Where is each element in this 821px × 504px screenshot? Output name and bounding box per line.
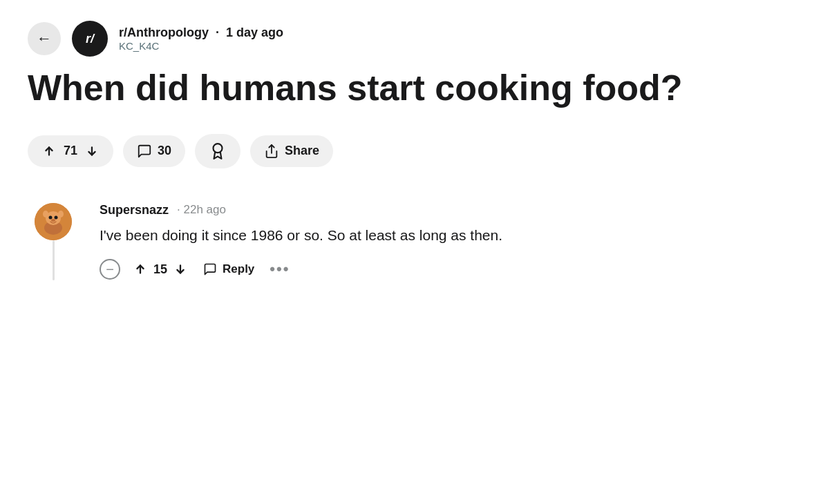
comment-section: Supersnazz · 22h ago I've been doing it …: [28, 203, 793, 281]
comment-downvote-icon: [173, 262, 188, 277]
downvote-icon: [84, 144, 100, 159]
comment-actions: − 15: [100, 258, 793, 280]
reply-label: Reply: [223, 262, 254, 276]
back-icon: ←: [37, 30, 52, 48]
upvote-button[interactable]: [41, 144, 57, 159]
comment-vote-section: 15: [133, 262, 188, 277]
avatar-snoo: [35, 203, 72, 240]
award-icon: [209, 142, 227, 160]
action-bar: 71 30 Share: [28, 134, 793, 168]
reply-button[interactable]: Reply: [200, 258, 257, 280]
thread-line: [53, 240, 55, 281]
vote-pill: 71: [28, 135, 113, 167]
share-button[interactable]: Share: [250, 135, 333, 167]
post-timestamp: 1 day ago: [226, 26, 283, 39]
svg-point-11: [51, 219, 55, 222]
minus-icon: −: [106, 262, 114, 278]
comment-vote-count: 15: [153, 262, 167, 277]
svg-point-10: [55, 215, 58, 219]
comments-button[interactable]: 30: [123, 135, 185, 167]
comment-upvote-icon: [133, 262, 148, 277]
subreddit-icon: r/: [72, 21, 108, 57]
dots-icon: •••: [270, 260, 290, 278]
downvote-button[interactable]: [84, 144, 100, 159]
header-row: ← r/ r/Anthropology · 1 day ago KC_K4C: [28, 21, 793, 57]
award-button[interactable]: [195, 134, 240, 168]
comment-author: Supersnazz: [100, 203, 169, 217]
svg-point-9: [49, 215, 53, 219]
comment-body: Supersnazz · 22h ago I've been doing it …: [100, 203, 793, 281]
more-options-button[interactable]: •••: [270, 260, 290, 278]
vote-count: 71: [64, 144, 77, 158]
comment-text: I've been doing it since 1986 or so. So …: [100, 224, 793, 246]
back-button[interactable]: ←: [28, 22, 61, 55]
comment-avatar: [35, 203, 72, 240]
share-icon: [264, 144, 279, 159]
post-title: When did humans start cooking food?: [28, 68, 793, 109]
reply-icon: [203, 262, 217, 276]
subreddit-icon-text: r/: [86, 32, 94, 46]
comment-time: · 22h ago: [177, 203, 226, 217]
svg-point-7: [43, 211, 48, 217]
subreddit-name: r/Anthropology · 1 day ago: [119, 26, 283, 40]
comment-meta-row: Supersnazz · 22h ago: [100, 203, 793, 217]
subreddit-meta: r/Anthropology · 1 day ago KC_K4C: [119, 26, 283, 52]
comment-icon: [137, 144, 152, 159]
svg-point-8: [58, 211, 64, 217]
collapse-button[interactable]: −: [100, 259, 120, 280]
comment-upvote-button[interactable]: [133, 262, 148, 277]
share-label: Share: [285, 144, 319, 158]
thread-line-col: [35, 203, 72, 281]
upvote-icon: [41, 144, 57, 159]
post-author: KC_K4C: [119, 40, 283, 52]
comment-downvote-button[interactable]: [173, 262, 188, 277]
comment-count: 30: [158, 144, 171, 158]
